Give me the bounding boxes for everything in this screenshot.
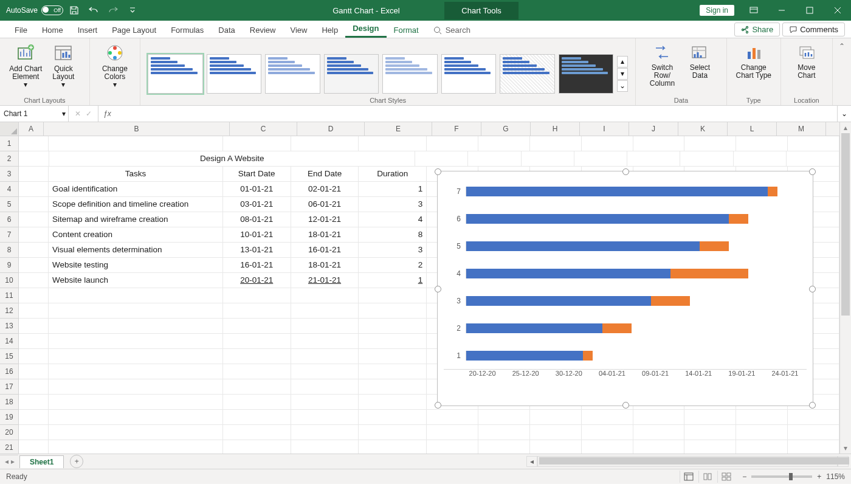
column-header[interactable]: I bbox=[580, 122, 629, 136]
chart-bar-series2[interactable] bbox=[583, 351, 593, 361]
sheet-tab-sheet1[interactable]: Sheet1 bbox=[19, 455, 64, 468]
row-header[interactable]: 15 bbox=[0, 349, 18, 364]
column-header[interactable]: E bbox=[365, 122, 432, 136]
style-gallery-scroll[interactable]: ▴▾⌄ bbox=[617, 56, 628, 92]
row-header[interactable]: 9 bbox=[0, 258, 18, 273]
enter-formula-icon[interactable]: ✓ bbox=[86, 109, 92, 118]
chevron-down-icon[interactable]: ▾ bbox=[62, 109, 66, 118]
row-header[interactable]: 7 bbox=[0, 227, 18, 243]
column-header[interactable]: J bbox=[629, 122, 678, 136]
chart-bar-series1[interactable] bbox=[466, 187, 768, 196]
column-header[interactable]: K bbox=[678, 122, 728, 136]
formula-input[interactable] bbox=[116, 106, 837, 122]
row-header[interactable]: 4 bbox=[0, 182, 18, 197]
chart-bar-series2[interactable] bbox=[651, 296, 690, 306]
column-header[interactable]: F bbox=[432, 122, 481, 136]
column-header[interactable]: D bbox=[297, 122, 365, 136]
page-layout-view-icon[interactable] bbox=[698, 471, 716, 483]
chart-style-3[interactable] bbox=[265, 54, 320, 94]
change-chart-type-button[interactable]: Change Chart Type bbox=[735, 41, 773, 94]
switch-row-column-button[interactable]: Switch Row/ Column bbox=[643, 41, 681, 94]
select-data-button[interactable]: Select Data bbox=[681, 41, 718, 94]
column-header[interactable]: H bbox=[531, 122, 580, 136]
chart-bar-series1[interactable] bbox=[466, 214, 729, 224]
chart-style-2[interactable] bbox=[207, 54, 262, 94]
zoom-out-button[interactable]: − bbox=[742, 472, 746, 481]
tab-design[interactable]: Design bbox=[345, 21, 386, 38]
row-header[interactable]: 11 bbox=[0, 288, 18, 303]
column-header[interactable]: A bbox=[19, 122, 44, 136]
chart-style-1[interactable] bbox=[148, 54, 203, 94]
tab-insert[interactable]: Insert bbox=[71, 22, 105, 38]
chart-bar-series2[interactable] bbox=[768, 187, 777, 196]
row-header[interactable]: 12 bbox=[0, 303, 18, 319]
chart-bar-series1[interactable] bbox=[466, 241, 700, 251]
share-button[interactable]: Share bbox=[734, 22, 780, 36]
chart-style-7[interactable] bbox=[500, 54, 555, 94]
chart-bar-series2[interactable] bbox=[700, 241, 729, 251]
row-header[interactable]: 20 bbox=[0, 425, 18, 440]
minimize-icon[interactable] bbox=[768, 0, 795, 21]
row-header[interactable]: 18 bbox=[0, 395, 18, 410]
chart-style-8[interactable] bbox=[559, 54, 614, 94]
tab-format[interactable]: Format bbox=[387, 22, 426, 38]
add-chart-element-button[interactable]: Add Chart Element▾ bbox=[7, 41, 44, 94]
new-sheet-button[interactable]: + bbox=[70, 455, 83, 468]
chart-bar-series1[interactable] bbox=[466, 323, 602, 333]
comments-button[interactable]: Comments bbox=[782, 22, 845, 36]
fx-icon[interactable]: ƒx bbox=[98, 106, 116, 122]
autosave-toggle[interactable]: AutoSave Off bbox=[6, 5, 63, 15]
horizontal-scrollbar[interactable]: ◂▸ bbox=[526, 456, 849, 467]
row-header[interactable]: 10 bbox=[0, 273, 18, 288]
collapse-ribbon-icon[interactable]: ⌃ bbox=[833, 38, 851, 105]
chart-style-6[interactable] bbox=[441, 54, 497, 94]
column-header[interactable]: G bbox=[481, 122, 531, 136]
sheet-nav[interactable]: ◂▸ bbox=[0, 457, 19, 466]
select-all-button[interactable] bbox=[0, 122, 18, 136]
redo-icon[interactable] bbox=[105, 2, 122, 18]
move-chart-button[interactable]: Move Chart bbox=[788, 41, 825, 94]
ribbon-display-icon[interactable] bbox=[740, 0, 767, 21]
row-header[interactable]: 19 bbox=[0, 410, 18, 425]
row-header[interactable]: 14 bbox=[0, 334, 18, 349]
chart-bar-series1[interactable] bbox=[466, 351, 583, 361]
undo-icon[interactable] bbox=[85, 2, 102, 18]
row-header[interactable]: 3 bbox=[0, 167, 18, 182]
embedded-chart[interactable]: 765432120-12-2025-12-2030-12-2004-01-210… bbox=[437, 171, 813, 406]
row-header[interactable]: 21 bbox=[0, 440, 18, 455]
chart-styles-gallery[interactable]: ▴▾⌄ bbox=[145, 41, 630, 103]
change-colors-button[interactable]: Change Colors▾ bbox=[96, 41, 134, 94]
cancel-formula-icon[interactable]: ✕ bbox=[75, 109, 81, 118]
tab-review[interactable]: Review bbox=[243, 22, 283, 38]
quick-layout-button[interactable]: Quick Layout▾ bbox=[44, 41, 82, 94]
row-header[interactable]: 13 bbox=[0, 319, 18, 334]
chart-bar-series2[interactable] bbox=[670, 269, 748, 278]
zoom-slider[interactable] bbox=[751, 475, 812, 478]
row-header[interactable]: 2 bbox=[0, 151, 18, 167]
column-header[interactable]: B bbox=[44, 122, 230, 136]
chart-bar-series1[interactable] bbox=[466, 296, 651, 306]
tab-formulas[interactable]: Formulas bbox=[164, 22, 211, 38]
chart-bar-series2[interactable] bbox=[729, 214, 748, 224]
tab-page-layout[interactable]: Page Layout bbox=[105, 22, 164, 38]
close-icon[interactable] bbox=[824, 0, 851, 21]
vertical-scrollbar[interactable]: ▴▾ bbox=[839, 122, 851, 454]
chart-bar-series2[interactable] bbox=[602, 323, 632, 333]
row-header[interactable]: 8 bbox=[0, 243, 18, 258]
zoom-in-button[interactable]: + bbox=[817, 472, 821, 481]
save-icon[interactable] bbox=[66, 2, 83, 18]
column-header[interactable]: L bbox=[728, 122, 777, 136]
tab-help[interactable]: Help bbox=[314, 22, 345, 38]
row-header[interactable]: 1 bbox=[0, 136, 18, 151]
column-header[interactable]: M bbox=[777, 122, 826, 136]
zoom-level[interactable]: 115% bbox=[826, 472, 845, 481]
row-header[interactable]: 17 bbox=[0, 379, 18, 395]
normal-view-icon[interactable] bbox=[680, 471, 697, 483]
expand-formula-bar-icon[interactable]: ⌄ bbox=[837, 106, 851, 122]
column-header[interactable]: C bbox=[230, 122, 297, 136]
chart-style-5[interactable] bbox=[382, 54, 438, 94]
name-box[interactable]: Chart 1▾ bbox=[0, 106, 69, 122]
maximize-icon[interactable] bbox=[796, 0, 823, 21]
customize-qat-icon[interactable] bbox=[124, 2, 141, 18]
chart-bar-series1[interactable] bbox=[466, 269, 670, 278]
